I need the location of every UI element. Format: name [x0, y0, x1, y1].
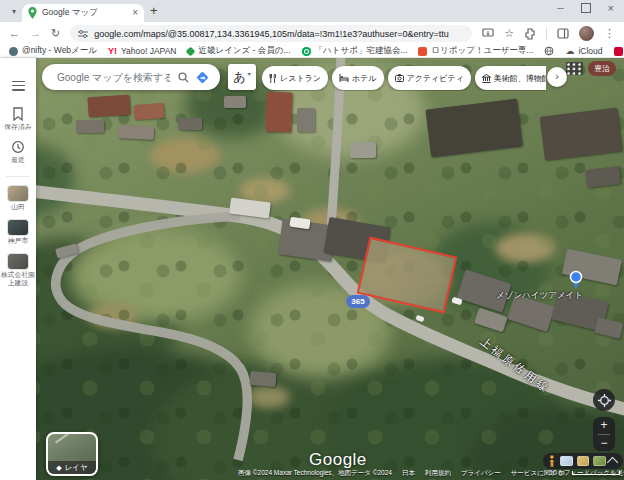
layers-diamond-icon: ◆ — [56, 464, 61, 472]
maximize-icon[interactable] — [581, 3, 591, 13]
collapse-imagery-icon[interactable] — [607, 457, 618, 468]
lolipop-favicon — [418, 47, 427, 56]
map-building — [249, 371, 276, 387]
recent-thumbnail — [8, 186, 28, 201]
bookmark-yahoo-1[interactable]: Y!Yahoo! JAPAN — [108, 46, 176, 56]
category-chips: レストラン ホテル アクティビティ 美術館、博物館 交通機関 — [262, 65, 546, 91]
bookmark-globe[interactable] — [544, 46, 554, 56]
bookmark-hatosapo[interactable]: 「ハトサポ」宅建協会... — [302, 45, 408, 57]
install-icon[interactable] — [482, 28, 494, 39]
bookmark-reins[interactable]: 近畿レインズ - 会員の... — [187, 45, 290, 57]
address-bar[interactable]: google.com/maps/@35.00817,134.3361945,10… — [70, 25, 472, 42]
maps-pin-favicon — [28, 7, 37, 19]
sidebar-item-saved[interactable]: 保存済み — [1, 107, 35, 131]
bookmark-lolipop[interactable]: ロリポップ！ユーザー専... — [418, 45, 533, 57]
bookmarks-bar: @nifty - Webメール Y!Yahoo! JAPAN 近畿レインズ - … — [0, 45, 624, 58]
satellite-map[interactable]: 365 上福原佐用線 メゾンハイツアメイト 豊治 あ▾ レストラン ホテル アク… — [0, 58, 624, 480]
imagery-panel — [543, 453, 623, 469]
apple-icon: ☁ — [565, 46, 574, 56]
scale-bar — [572, 471, 620, 475]
sidebar-recent-yamada[interactable]: 山田 — [1, 186, 35, 211]
forward-icon[interactable]: → — [30, 28, 41, 39]
reload-icon[interactable]: ↻ — [51, 28, 60, 39]
poi-pin-icon[interactable] — [568, 270, 584, 290]
map-attribution: 画像 ©2024 Maxar Technologies、地図データ ©2024 … — [238, 469, 624, 478]
tab-close-icon[interactable]: × — [132, 8, 138, 18]
nifty-favicon — [9, 47, 18, 56]
bookmark-star-icon[interactable]: ☆ — [504, 27, 514, 40]
browser-toolbar: ← → ↻ google.com/maps/@35.00817,134.3361… — [0, 22, 624, 45]
url-text: google.com/maps/@35.00817,134.3361945,10… — [94, 29, 449, 39]
chip-restaurants[interactable]: レストラン — [262, 66, 328, 90]
recent-clock-icon — [11, 140, 25, 154]
extensions-icon[interactable] — [524, 28, 536, 40]
route-365-shield: 365 — [346, 295, 370, 308]
profile-avatar[interactable] — [579, 26, 594, 41]
sidebar-recent-sonoue[interactable]: 株式会社園上建設 — [1, 254, 35, 287]
map-building — [134, 103, 165, 120]
imagery-thumb-satellite[interactable] — [593, 456, 606, 466]
layers-button[interactable]: ◆レイヤ — [46, 432, 98, 476]
new-tab-button[interactable]: + — [150, 3, 158, 18]
bookmark-icloud[interactable]: ☁iCloud — [565, 46, 602, 56]
tab-strip: ▾ Google マップ × + ─ × — [0, 0, 624, 22]
pegman-icon[interactable] — [548, 455, 556, 468]
sidebar-recent-kobe[interactable]: 神戸市 — [1, 220, 35, 245]
map-building — [297, 108, 315, 132]
menu-icon[interactable] — [12, 78, 25, 93]
link-region[interactable]: 日本 — [402, 469, 415, 478]
link-privacy[interactable]: プライバシー — [461, 469, 501, 478]
rail-divider — [6, 176, 30, 177]
poi-name-label: メゾンハイツアメイト — [496, 290, 583, 302]
side-panel-icon[interactable] — [557, 28, 569, 39]
minimize-icon[interactable]: ─ — [557, 3, 563, 13]
chips-scroll-right-icon[interactable]: › — [547, 67, 567, 87]
window-controls: ─ × — [557, 2, 614, 14]
museum-icon — [482, 74, 491, 83]
crosshair-icon — [598, 394, 611, 407]
google-logo: Google — [309, 450, 367, 470]
tab-google-maps[interactable]: Google マップ × — [22, 4, 144, 22]
imagery-copyright: 画像 ©2024 Maxar Technologies、地図データ ©2024 — [238, 469, 392, 478]
map-detail-dots — [566, 62, 583, 75]
imagery-thumb-map[interactable] — [560, 456, 573, 466]
maps-search-box[interactable] — [42, 64, 220, 90]
tab-search-button[interactable]: ▾ — [6, 5, 22, 18]
chip-activities[interactable]: アクティビティ — [388, 66, 471, 90]
yahoo-favicon: Y! — [108, 46, 117, 56]
search-input[interactable] — [55, 71, 172, 84]
search-icon[interactable] — [178, 72, 189, 83]
link-terms[interactable]: 利用規約 — [425, 469, 451, 478]
menu-dots-icon[interactable]: ⋮ — [604, 27, 615, 40]
recent-thumbnail — [8, 220, 28, 235]
scale-label: 10 m — [549, 469, 565, 476]
restaurant-icon — [269, 74, 277, 83]
hatosapo-favicon — [302, 47, 311, 56]
reins-favicon — [186, 46, 196, 56]
bookmark-icon — [12, 107, 24, 121]
chevron-down-icon: ▾ — [248, 70, 251, 77]
map-building — [178, 118, 202, 130]
close-icon[interactable]: × — [608, 2, 614, 14]
imagery-thumb-terrain[interactable] — [577, 456, 590, 466]
tab-title: Google マップ — [42, 7, 127, 19]
globe-icon — [544, 46, 554, 56]
my-location-button[interactable] — [593, 389, 615, 411]
directions-icon[interactable] — [195, 70, 210, 85]
zoom-controls: + − — [593, 417, 615, 451]
recent-thumbnail — [8, 254, 28, 269]
hotel-bed-icon — [339, 74, 349, 82]
chip-museums[interactable]: 美術館、博物館 — [475, 66, 546, 90]
place-label-badge: 豊治 — [588, 61, 616, 76]
map-building — [87, 95, 130, 118]
zoom-out-button[interactable]: − — [600, 435, 607, 452]
map-building — [265, 92, 292, 133]
ime-indicator-button[interactable]: あ▾ — [228, 64, 256, 90]
back-icon[interactable]: ← — [9, 28, 20, 39]
bookmark-docomo[interactable]: My docomo | NTTド... — [614, 45, 624, 57]
bookmark-nifty[interactable]: @nifty - Webメール — [9, 45, 97, 57]
chip-hotels[interactable]: ホテル — [332, 66, 384, 90]
sidebar-item-recents[interactable]: 最近 — [1, 140, 35, 164]
zoom-in-button[interactable]: + — [600, 417, 607, 434]
maps-side-rail: 保存済み 最近 山田 神戸市 株式会社園上建設 — [0, 58, 36, 480]
